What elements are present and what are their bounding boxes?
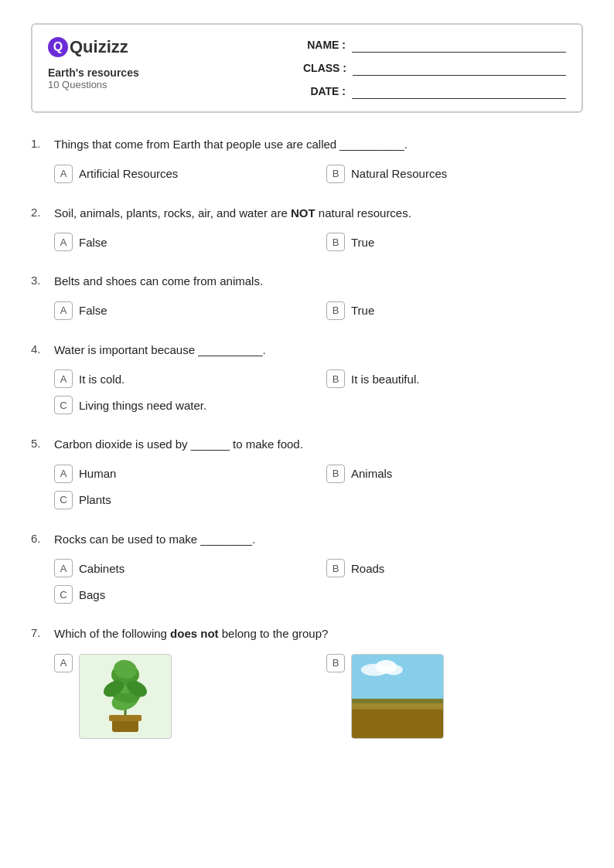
question-6: 6. Rocks can be used to make ________. A… [31,531,583,604]
q3-badge-b: B [326,301,345,320]
q2-badge-b: B [326,233,345,251]
q4-text: Water is important because __________. [54,342,583,359]
date-field-row: DATE : [303,83,566,99]
header-fields: NAME : CLASS : DATE : [303,37,566,99]
q5-option-a[interactable]: A Human [54,465,311,483]
question-1: 1. Things that come from Earth that peop… [31,136,583,183]
q3-number: 3. [31,273,54,287]
logo-icon: Q [48,37,68,57]
q5-options: A Human B Animals C Plants [31,465,583,509]
svg-rect-1 [109,715,142,721]
q6-text: Rocks can be used to make ________. [54,531,583,549]
q5-option-b[interactable]: B Animals [326,465,583,483]
question-3: 3. Belts and shoes can come from animals… [31,273,583,320]
name-line[interactable] [352,37,566,53]
question-7: 7. Which of the following does not belon… [31,625,583,739]
q3-badge-a: A [54,301,73,320]
logo-text: Quizizz [70,37,128,57]
q5-option-c[interactable]: C Plants [54,491,311,509]
q1-options: A Artificial Resources B Natural Resourc… [31,165,583,183]
q4-badge-a: A [54,369,73,388]
header-left: Q Quizizz Earth's resources 10 Questions [48,37,139,90]
field-svg [352,654,443,739]
q4-badge-c: C [54,396,73,414]
q6-text-a: Cabinets [79,562,125,575]
q1-text: Things that come from Earth that people … [54,136,583,154]
q7-badge-b: B [326,654,345,672]
name-label: NAME : [303,39,346,51]
question-5-row: 5. Carbon dioxide is used by ______ to m… [31,436,583,454]
q4-text-a: It is cold. [79,373,125,386]
q4-text-c: Living things need water. [79,399,206,412]
logo: Q Quizizz [48,37,139,57]
q4-number: 4. [31,342,54,356]
q4-option-a[interactable]: A It is cold. [54,369,311,388]
q7-options: A [31,654,583,739]
q4-text-b: It is beautiful. [351,373,419,386]
svg-rect-13 [352,698,443,703]
question-2: 2. Soil, animals, plants, rocks, air, an… [31,205,583,252]
q6-text-c: Bags [79,588,105,601]
question-2-row: 2. Soil, animals, plants, rocks, air, an… [31,205,583,223]
q7-option-b[interactable]: B [326,654,583,739]
q7-text: Which of the following does not belong t… [54,625,583,643]
q6-option-c[interactable]: C Bags [54,585,311,604]
q1-text-b: Natural Resources [351,167,447,180]
q3-text: Belts and shoes can come from animals. [54,273,583,291]
q6-badge-c: C [54,585,73,604]
question-1-row: 1. Things that come from Earth that peop… [31,136,583,154]
q3-option-b[interactable]: B True [326,301,583,320]
q6-number: 6. [31,531,54,545]
q1-badge-b: B [326,165,345,183]
q6-option-b[interactable]: B Roads [326,559,583,577]
class-field-row: CLASS : [303,60,566,76]
q2-option-b[interactable]: B True [326,233,583,251]
q6-option-a[interactable]: A Cabinets [54,559,311,577]
q7-image-field [351,654,444,739]
header: Q Quizizz Earth's resources 10 Questions… [31,23,583,113]
question-5: 5. Carbon dioxide is used by ______ to m… [31,436,583,509]
question-4-row: 4. Water is important because __________… [31,342,583,359]
q4-option-c[interactable]: C Living things need water. [54,396,311,414]
q7-number: 7. [31,625,54,639]
q4-option-b[interactable]: B It is beautiful. [326,369,583,388]
date-line[interactable] [352,83,566,99]
q4-options: A It is cold. B It is beautiful. C Livin… [31,369,583,414]
question-4: 4. Water is important because __________… [31,342,583,415]
quiz-title: Earth's resources [48,66,139,79]
q5-text-b: Animals [351,467,392,480]
q1-option-a[interactable]: A Artificial Resources [54,165,311,183]
q5-text-c: Plants [79,493,111,506]
class-line[interactable] [353,60,566,76]
q1-option-b[interactable]: B Natural Resources [326,165,583,183]
question-6-row: 6. Rocks can be used to make ________. [31,531,583,549]
question-7-row: 7. Which of the following does not belon… [31,625,583,643]
q3-text-a: False [79,304,107,317]
q6-badge-b: B [326,559,345,577]
question-3-row: 3. Belts and shoes can come from animals… [31,273,583,291]
q7-option-a[interactable]: A [54,654,311,739]
q2-number: 2. [31,205,54,219]
q7-image-plant [79,654,172,739]
q2-option-a[interactable]: A False [54,233,311,251]
q5-badge-a: A [54,465,73,483]
date-label: DATE : [303,85,346,97]
name-field-row: NAME : [303,37,566,53]
q6-badge-a: A [54,559,73,577]
q5-badge-c: C [54,491,73,509]
q6-text-b: Roads [351,562,384,575]
q2-text: Soil, animals, plants, rocks, air, and w… [54,205,583,223]
quiz-subtitle: 10 Questions [48,79,139,90]
q3-option-a[interactable]: A False [54,301,311,320]
q2-text-a: False [79,236,107,249]
q1-badge-a: A [54,165,73,183]
plant-svg [90,658,160,735]
q2-options: A False B True [31,233,583,251]
q5-badge-b: B [326,465,345,483]
q5-text-a: Human [79,467,116,480]
q3-text-b: True [351,304,374,317]
q2-text-b: True [351,236,374,249]
q4-badge-b: B [326,369,345,388]
q5-number: 5. [31,436,54,450]
q6-options: A Cabinets B Roads C Bags [31,559,583,604]
